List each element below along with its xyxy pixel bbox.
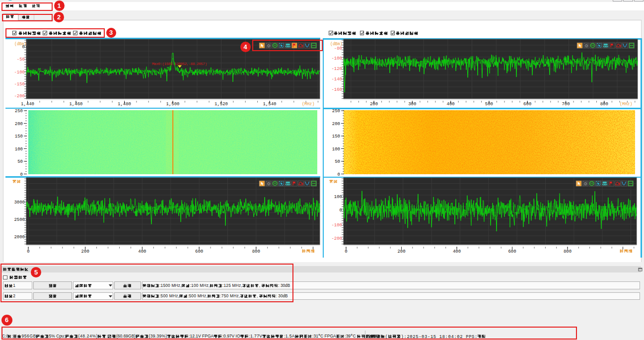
svg-text:-100: -100 <box>331 223 342 228</box>
svg-text:-200: -200 <box>331 236 342 241</box>
svg-text:600: 600 <box>508 249 516 254</box>
svg-text:200: 200 <box>397 249 405 254</box>
svg-text:100: 100 <box>334 195 342 200</box>
svg-text:0: 0 <box>345 249 347 254</box>
svg-text:800: 800 <box>564 249 572 254</box>
svg-text:400: 400 <box>453 249 461 254</box>
